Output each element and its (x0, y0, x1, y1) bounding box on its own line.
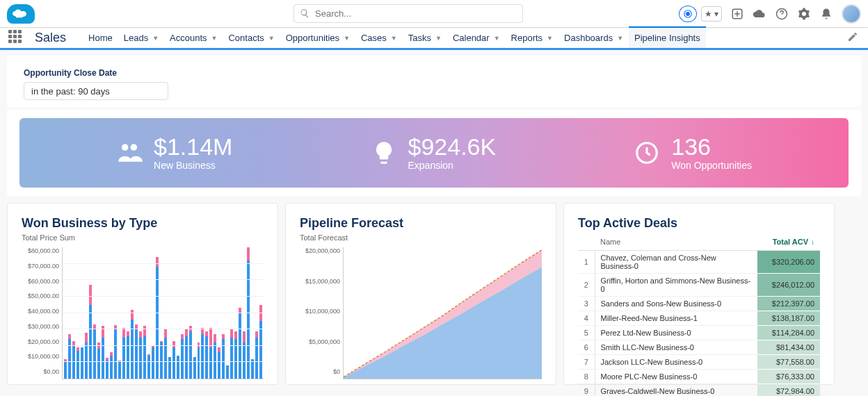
bar[interactable] (164, 247, 167, 379)
bar[interactable] (218, 247, 220, 379)
bar[interactable] (93, 247, 96, 379)
bar[interactable] (234, 247, 237, 379)
bar[interactable] (193, 247, 196, 379)
table-row[interactable]: 7Jackson LLC-New Business-0$77,558.00 (578, 355, 820, 370)
add-icon[interactable] (730, 7, 744, 21)
bar[interactable] (181, 247, 184, 379)
forecast-area-chart[interactable]: $20,000,000$15,000,000$10,000,000$5,000,… (300, 247, 542, 379)
nav-item-contacts[interactable]: Contacts▼ (223, 28, 280, 48)
close-date-filter[interactable] (24, 82, 168, 100)
bar[interactable] (251, 247, 254, 379)
bar[interactable] (185, 247, 188, 379)
salesforce-logo[interactable] (7, 4, 35, 24)
bar[interactable] (106, 247, 108, 379)
table-row[interactable]: 1Chavez, Coleman and Cross-New Business-… (578, 251, 820, 274)
bar[interactable] (156, 247, 159, 379)
search-icon (300, 8, 310, 18)
col-name[interactable]: Name (595, 233, 757, 251)
bar[interactable] (198, 247, 200, 379)
sort-down-icon: ↓ (811, 238, 814, 246)
won-business-panel: Won Business by Type Total Price Sum $80… (7, 203, 278, 385)
people-icon (116, 140, 143, 166)
nav-item-reports[interactable]: Reports▼ (506, 28, 558, 48)
view-toggle[interactable]: ★ ▾ (679, 6, 722, 22)
col-acv[interactable]: Total ACV↓ (757, 233, 820, 251)
nav-item-cases[interactable]: Cases▼ (355, 28, 403, 48)
deal-name: Jackson LLC-New Business-0 (595, 355, 757, 370)
bar[interactable] (230, 247, 233, 379)
favorites-dropdown[interactable]: ★ ▾ (701, 6, 722, 22)
nav-item-leads[interactable]: Leads▼ (118, 28, 164, 48)
bar[interactable] (201, 247, 204, 379)
bar[interactable] (177, 247, 179, 379)
bar[interactable] (189, 247, 192, 379)
help-icon[interactable] (775, 7, 789, 21)
table-row[interactable]: 6Smith LLC-New Business-0$81,434.00 (578, 340, 820, 355)
bar[interactable] (131, 247, 134, 379)
bar[interactable] (168, 247, 171, 379)
metric-value: $1.14M (154, 135, 232, 158)
bar[interactable] (239, 247, 241, 379)
bar[interactable] (160, 247, 163, 379)
bar[interactable] (89, 247, 92, 379)
row-index: 3 (578, 297, 595, 311)
row-index: 2 (578, 274, 595, 297)
bar[interactable] (102, 247, 104, 379)
deal-name: Miller-Reed-New Business-1 (595, 311, 757, 326)
nav-item-tasks[interactable]: Tasks▼ (403, 28, 447, 48)
bar[interactable] (172, 247, 175, 379)
bar[interactable] (81, 247, 83, 379)
bar[interactable] (110, 247, 113, 379)
table-row[interactable]: 5Perez Ltd-New Business-0$114,284.00 (578, 326, 820, 340)
target-icon[interactable] (679, 6, 697, 22)
bar[interactable] (255, 247, 258, 379)
won-bar-chart[interactable]: $80,000.00$70,000.00$60,000.00$50,000.00… (22, 247, 264, 379)
bar[interactable] (209, 247, 212, 379)
search-input[interactable] (294, 4, 523, 23)
bar[interactable] (226, 247, 229, 379)
bar[interactable] (72, 247, 75, 379)
nav-item-opportunities[interactable]: Opportunities▼ (280, 28, 355, 48)
table-row[interactable]: 9Graves-Caldwell-New Business-0$72,984.0… (578, 384, 820, 397)
bar[interactable] (68, 247, 71, 379)
bar[interactable] (152, 247, 154, 379)
bar[interactable] (247, 247, 250, 379)
bar[interactable] (143, 247, 146, 379)
bar[interactable] (114, 247, 117, 379)
bar[interactable] (97, 247, 100, 379)
deals-table[interactable]: Name Total ACV↓ 1Chavez, Coleman and Cro… (578, 233, 820, 396)
table-row[interactable]: 4Miller-Reed-New Business-1$138,187.00 (578, 311, 820, 326)
table-row[interactable]: 2Griffin, Horton and Simmons-New Busines… (578, 274, 820, 297)
bar[interactable] (259, 247, 262, 379)
pencil-icon[interactable] (847, 31, 858, 45)
nav-item-pipeline-insights[interactable]: Pipeline Insights (629, 26, 706, 48)
bar[interactable] (85, 247, 88, 379)
bar[interactable] (222, 247, 225, 379)
nav-label: Tasks (408, 33, 431, 43)
bar[interactable] (243, 247, 246, 379)
nav-item-dashboards[interactable]: Dashboards▼ (558, 28, 629, 48)
table-row[interactable]: 3Sanders and Sons-New Business-0$212,397… (578, 297, 820, 311)
bell-icon[interactable] (819, 7, 833, 21)
bar[interactable] (214, 247, 216, 379)
nav-item-accounts[interactable]: Accounts▼ (164, 28, 223, 48)
bar[interactable] (205, 247, 208, 379)
bar[interactable] (139, 247, 142, 379)
bar[interactable] (118, 247, 121, 379)
gear-icon[interactable] (797, 7, 811, 21)
bar[interactable] (122, 247, 125, 379)
user-avatar[interactable] (842, 4, 861, 24)
svg-point-1 (686, 12, 689, 15)
bar[interactable] (147, 247, 150, 379)
bar[interactable] (77, 247, 79, 379)
bar[interactable] (64, 247, 67, 379)
app-launcher-icon[interactable] (8, 30, 25, 47)
global-search[interactable] (294, 4, 523, 23)
cloud-icon[interactable] (753, 7, 766, 21)
nav-item-calendar[interactable]: Calendar▼ (447, 28, 506, 48)
bar[interactable] (127, 247, 129, 379)
bar[interactable] (135, 247, 138, 379)
table-row[interactable]: 8Moore PLC-New Business-0$76,333.00 (578, 370, 820, 384)
nav-item-home[interactable]: Home (83, 28, 118, 48)
svg-point-5 (131, 144, 138, 151)
